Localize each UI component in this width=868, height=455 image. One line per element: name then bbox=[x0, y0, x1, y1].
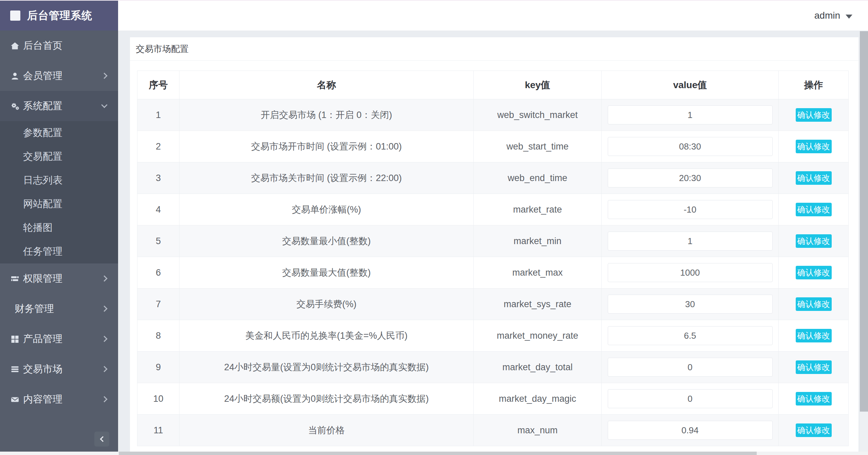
sidebar-item[interactable]: 交易配置 bbox=[0, 145, 118, 169]
sidebar-item[interactable]: 系统配置 bbox=[0, 91, 118, 121]
horizontal-scrollbar[interactable] bbox=[0, 452, 868, 455]
row-name: 交易市场开市时间 (设置示例：01:00) bbox=[180, 131, 474, 162]
row-index: 7 bbox=[137, 289, 180, 320]
sidebar-item[interactable]: 任务管理 bbox=[0, 240, 118, 263]
app-logo-icon bbox=[10, 11, 20, 21]
sidebar-item[interactable]: 轮播图 bbox=[0, 216, 118, 240]
row-key: market_rate bbox=[474, 194, 602, 225]
row-action-cell: 确认修改 bbox=[779, 194, 849, 225]
list-icon bbox=[10, 364, 20, 374]
caret-down-icon[interactable] bbox=[846, 15, 852, 19]
value-input[interactable] bbox=[608, 295, 773, 314]
sidebar-item[interactable]: 权限管理 bbox=[0, 263, 118, 294]
table-header-row: 序号 名称 key值 value值 操作 bbox=[137, 71, 849, 99]
grid-icon bbox=[10, 334, 20, 344]
row-action-cell: 确认修改 bbox=[779, 320, 849, 352]
confirm-edit-button[interactable]: 确认修改 bbox=[796, 329, 832, 342]
row-value-cell bbox=[602, 383, 779, 415]
value-input[interactable] bbox=[608, 137, 773, 156]
confirm-edit-button[interactable]: 确认修改 bbox=[796, 203, 832, 216]
config-table: 序号 名称 key值 value值 操作 bbox=[137, 71, 849, 446]
confirm-edit-button[interactable]: 确认修改 bbox=[796, 423, 832, 437]
row-name: 24小时交易额(设置为0则统计交易市场的真实数据) bbox=[180, 383, 474, 415]
table-row: 3 交易市场关市时间 (设置示例：22:00) web_end_time 确认修… bbox=[137, 162, 849, 194]
value-input[interactable] bbox=[608, 358, 773, 377]
vertical-scrollbar[interactable] bbox=[860, 31, 868, 452]
vertical-scrollbar-thumb[interactable] bbox=[860, 31, 868, 412]
row-index: 10 bbox=[137, 383, 180, 415]
row-key: max_num bbox=[474, 415, 602, 446]
value-input[interactable] bbox=[608, 200, 773, 219]
table-wrap: 序号 名称 key值 value值 操作 bbox=[130, 61, 858, 446]
sidebar-item[interactable]: 内容管理 bbox=[0, 384, 118, 414]
row-name: 24小时交易量(设置为0则统计交易市场的真实数据) bbox=[180, 352, 474, 383]
sidebar-item-label: 参数配置 bbox=[23, 126, 62, 140]
sidebar-item[interactable]: 财务管理 bbox=[0, 294, 118, 324]
row-action-cell: 确认修改 bbox=[779, 415, 849, 446]
config-card: 交易市场配置 序号 名 bbox=[130, 37, 858, 455]
confirm-edit-button[interactable]: 确认修改 bbox=[796, 392, 832, 405]
chevron-icon bbox=[101, 73, 107, 79]
sidebar-item[interactable]: 后台首页 bbox=[0, 31, 118, 61]
confirm-edit-button[interactable]: 确认修改 bbox=[796, 234, 832, 248]
chevron-icon bbox=[101, 336, 107, 342]
confirm-edit-button[interactable]: 确认修改 bbox=[796, 140, 832, 153]
row-index: 2 bbox=[137, 131, 180, 162]
sidebar-item[interactable]: 日志列表 bbox=[0, 169, 118, 192]
column-header: 序号 bbox=[137, 71, 180, 99]
row-index: 11 bbox=[137, 415, 180, 446]
table-row: 2 交易市场开市时间 (设置示例：01:00) web_start_time 确… bbox=[137, 131, 849, 162]
sidebar-item[interactable]: 会员管理 bbox=[0, 61, 118, 91]
row-value-cell bbox=[602, 162, 779, 194]
value-input[interactable] bbox=[608, 326, 773, 345]
chevron-left-icon bbox=[100, 436, 106, 442]
value-input[interactable] bbox=[608, 232, 773, 251]
row-name: 当前价格 bbox=[180, 415, 474, 446]
sidebar-item-label: 会员管理 bbox=[23, 69, 62, 83]
sidebar-item[interactable]: 网站配置 bbox=[0, 192, 118, 216]
row-name: 交易单价涨幅(%) bbox=[180, 194, 474, 225]
confirm-edit-button[interactable]: 确认修改 bbox=[796, 108, 832, 122]
sidebar-item-label: 权限管理 bbox=[23, 272, 62, 285]
value-input[interactable] bbox=[608, 169, 773, 187]
chevron-icon bbox=[101, 275, 107, 281]
sidebar-item-label: 产品管理 bbox=[23, 332, 62, 346]
column-header: 操作 bbox=[779, 71, 849, 99]
confirm-edit-button[interactable]: 确认修改 bbox=[796, 171, 832, 185]
row-key: market_day_magic bbox=[474, 383, 602, 415]
confirm-edit-button[interactable]: 确认修改 bbox=[796, 360, 832, 374]
row-name: 交易市场关市时间 (设置示例：22:00) bbox=[180, 162, 474, 194]
chevron-icon bbox=[101, 305, 107, 312]
sidebar-collapse-button[interactable] bbox=[94, 432, 109, 447]
chevron-icon bbox=[101, 396, 107, 402]
sidebar-item[interactable]: 参数配置 bbox=[0, 121, 118, 145]
horizontal-scrollbar-thumb[interactable] bbox=[119, 452, 757, 455]
row-action-cell: 确认修改 bbox=[779, 99, 849, 131]
row-action-cell: 确认修改 bbox=[779, 289, 849, 320]
value-input[interactable] bbox=[608, 105, 773, 124]
row-key: market_max bbox=[474, 257, 602, 289]
sidebar-item[interactable]: 产品管理 bbox=[0, 324, 118, 354]
main-area: admin 交易市场配置 bbox=[118, 1, 868, 455]
row-value-cell bbox=[602, 320, 779, 352]
value-input[interactable] bbox=[608, 389, 773, 408]
confirm-edit-button[interactable]: 确认修改 bbox=[796, 266, 832, 279]
current-user[interactable]: admin bbox=[814, 10, 840, 21]
table-row: 6 交易数量最大值(整数) market_max 确认修改 bbox=[137, 257, 849, 289]
row-value-cell bbox=[602, 225, 779, 257]
table-row: 10 24小时交易额(设置为0则统计交易市场的真实数据) market_day_… bbox=[137, 383, 849, 415]
row-key: market_day_total bbox=[474, 352, 602, 383]
row-action-cell: 确认修改 bbox=[779, 352, 849, 383]
confirm-edit-button[interactable]: 确认修改 bbox=[796, 297, 832, 311]
table-row: 5 交易数量最小值(整数) market_min 确认修改 bbox=[137, 225, 849, 257]
sidebar-menu: 后台首页 会员管理 系统配置 参数配置 bbox=[0, 31, 118, 414]
gears-icon bbox=[10, 101, 20, 111]
table-row: 7 交易手续费(%) market_sys_rate 确认修改 bbox=[137, 289, 849, 320]
app-title: 后台管理系统 bbox=[27, 8, 92, 23]
row-index: 5 bbox=[137, 225, 180, 257]
sidebar-item[interactable]: 交易市场 bbox=[0, 354, 118, 384]
value-input[interactable] bbox=[608, 263, 773, 282]
row-key: web_end_time bbox=[474, 162, 602, 194]
value-input[interactable] bbox=[608, 421, 773, 440]
row-name: 交易手续费(%) bbox=[180, 289, 474, 320]
